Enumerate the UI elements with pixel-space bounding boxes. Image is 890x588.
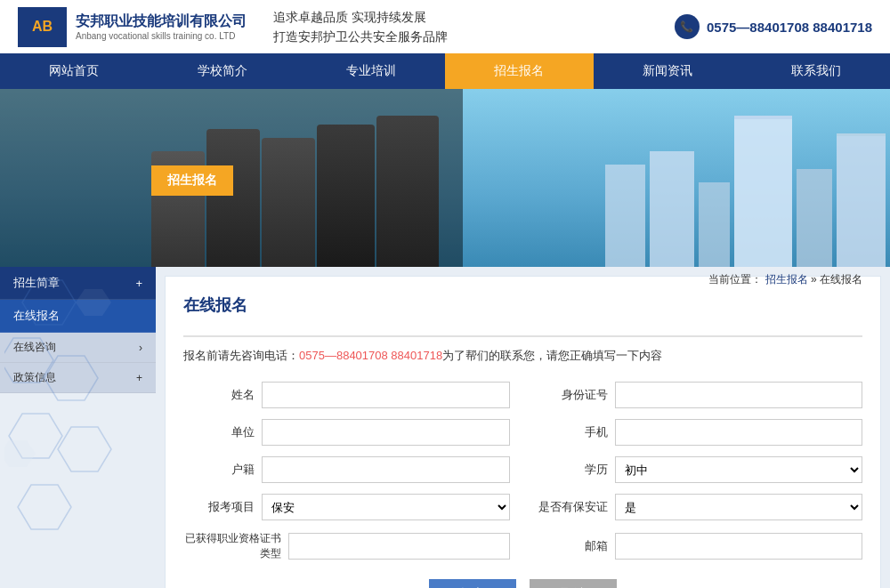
sidebar: 招生简章 + 在线报名 在线咨询 › 政策信息 + — [0, 267, 156, 588]
form-row-phone: 手机 — [537, 419, 863, 446]
label-name: 姓名 — [183, 387, 255, 403]
header: 安邦职业技能培训有限公司 Anbang vocational skills tr… — [0, 0, 890, 53]
input-id[interactable] — [615, 382, 863, 408]
form-row-education: 学历 初中高中大专本科研究生 — [537, 456, 863, 483]
form-actions: 提交 取消 — [183, 579, 862, 588]
phone-icon: 📞 — [675, 14, 700, 39]
slogan1: 追求卓越品质 实现持续发展 — [273, 7, 675, 27]
form-row-name: 姓名 — [183, 382, 510, 408]
sidebar-arrow-icon: › — [139, 342, 142, 354]
input-huji[interactable] — [262, 456, 510, 483]
banner: 招生报名 — [0, 89, 890, 267]
svg-marker-6 — [76, 289, 111, 316]
svg-marker-7 — [4, 440, 36, 467]
breadcrumb-link[interactable]: 招生报名 — [765, 273, 808, 286]
form-row-cert-type: 已获得职业资格证书类型 — [183, 531, 510, 561]
form-row-has-cert: 是否有保安证 是否 — [537, 494, 863, 520]
form-notice: 报名前请先咨询电话：0575—88401708 88401718为了帮们的联系您… — [183, 348, 862, 364]
nav-home[interactable]: 网站首页 — [0, 53, 149, 89]
svg-marker-4 — [58, 427, 111, 471]
label-education: 学历 — [537, 462, 608, 478]
label-exam-item: 报考项目 — [183, 499, 255, 515]
breadcrumb: 当前位置： 招生报名 » 在线报名 — [708, 272, 862, 287]
logo-icon — [18, 7, 67, 47]
input-phone[interactable] — [615, 419, 863, 446]
svg-marker-5 — [18, 485, 71, 529]
nav-enrollment[interactable]: 招生报名 — [445, 53, 594, 89]
notice-phone[interactable]: 0575—88401708 88401718 — [299, 349, 442, 362]
notice-suffix: 为了帮们的联系您，请您正确填写一下内容 — [442, 349, 662, 362]
select-has-cert[interactable]: 是否 — [615, 494, 863, 520]
content-area: 在线报名 当前位置： 招生报名 » 在线报名 报名前请先咨询电话：0575—88… — [165, 276, 881, 588]
form-row-huji: 户籍 — [183, 456, 510, 483]
form-grid: 姓名 身份证号 单位 手机 户籍 — [183, 382, 862, 561]
label-has-cert: 是否有保安证 — [537, 499, 608, 515]
label-phone: 手机 — [537, 424, 608, 440]
main-content: 招生简章 + 在线报名 在线咨询 › 政策信息 + 在线报名 当前位置： 招生报… — [0, 267, 890, 588]
breadcrumb-prefix: 当前位置： — [708, 273, 762, 286]
label-email: 邮箱 — [537, 538, 608, 554]
select-education[interactable]: 初中高中大专本科研究生 — [615, 456, 863, 483]
registration-form: 姓名 身份证号 单位 手机 户籍 — [183, 382, 862, 588]
content-header: 在线报名 当前位置： 招生报名 » 在线报名 — [183, 294, 862, 325]
logo-text: 安邦职业技能培训有限公司 Anbang vocational skills tr… — [76, 12, 247, 41]
label-company: 单位 — [183, 424, 255, 440]
notice-prefix: 报名前请先咨询电话： — [183, 349, 299, 362]
sidebar-plus-icon: + — [135, 277, 142, 290]
phone-number: 0575—88401708 88401718 — [707, 20, 872, 35]
slogan2: 打造安邦护卫公共安全服务品牌 — [273, 27, 675, 46]
input-name[interactable] — [262, 382, 510, 408]
svg-marker-0 — [22, 280, 76, 325]
select-exam-item[interactable]: 保安消防电工焊工 — [262, 494, 510, 520]
logo-area: 安邦职业技能培训有限公司 Anbang vocational skills tr… — [18, 7, 247, 47]
form-row-company: 单位 — [183, 419, 510, 446]
input-company[interactable] — [262, 419, 510, 446]
label-id: 身份证号 — [537, 387, 608, 403]
breadcrumb-current: » 在线报名 — [811, 273, 862, 286]
logo-cn: 安邦职业技能培训有限公司 — [76, 12, 247, 31]
input-email[interactable] — [615, 533, 863, 560]
sidebar-plus2-icon: + — [136, 372, 142, 384]
cancel-button[interactable]: 取消 — [530, 579, 617, 588]
input-cert-type[interactable] — [288, 533, 510, 560]
city-buildings — [400, 89, 890, 267]
content-title: 在线报名 — [183, 294, 247, 325]
content-divider — [183, 335, 862, 337]
hex-decoration — [4, 276, 129, 545]
label-huji: 户籍 — [183, 462, 255, 478]
banner-recruit-label: 招生报名 — [151, 165, 233, 196]
logo-en: Anbang vocational skills training co. LT… — [76, 31, 247, 41]
nav-news[interactable]: 新闻资讯 — [594, 53, 742, 89]
nav-contact[interactable]: 联系我们 — [741, 53, 890, 89]
form-row-exam-item: 报考项目 保安消防电工焊工 — [183, 494, 510, 520]
header-slogan: 追求卓越品质 实现持续发展 打造安邦护卫公共安全服务品牌 — [273, 7, 675, 47]
label-cert-type: 已获得职业资格证书类型 — [183, 531, 281, 561]
submit-button[interactable]: 提交 — [429, 579, 516, 588]
header-phone: 📞 0575—88401708 88401718 — [675, 14, 872, 39]
main-nav: 网站首页 学校简介 专业培训 招生报名 新闻资讯 联系我们 — [0, 53, 890, 89]
nav-training[interactable]: 专业培训 — [296, 53, 445, 89]
form-row-email: 邮箱 — [537, 531, 863, 561]
nav-about[interactable]: 学校简介 — [149, 53, 297, 89]
form-row-id: 身份证号 — [537, 382, 863, 408]
